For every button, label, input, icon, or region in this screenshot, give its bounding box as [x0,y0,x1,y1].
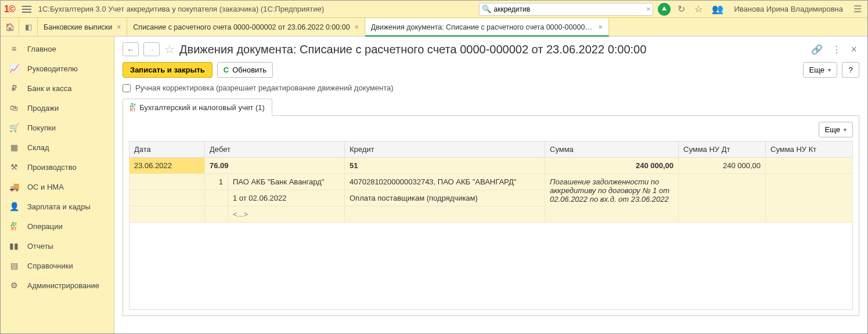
cell-blank [129,190,205,206]
table-row[interactable]: 1 ПАО АКБ "Банк Авангард" 40702810200000… [129,174,853,190]
page-title: Движения документа: Списание с расчетног… [179,43,804,56]
cell-credit-detail: 40702810200000032743, ПАО АКБ "АВАНГАРД" [345,174,545,190]
search-input-wrap[interactable]: 🔍 × [479,3,653,16]
sidebar-item-label: Главное [27,45,56,53]
history-icon[interactable]: ↻ [675,3,687,14]
sidebar-item-label: Покупки [27,124,56,132]
cell-credit: 51 [345,158,545,174]
subtab-content: Еще Дата Дебет Кредит Сумма Сумма НУ Дт … [123,116,859,316]
tab-label: Списание с расчетного счета 0000-000002 … [133,23,350,31]
search-input[interactable] [491,5,646,13]
sidebar-item-label: Производство [27,163,77,172]
col-nudt[interactable]: Сумма НУ Дт [679,141,766,158]
close-tab-icon[interactable]: × [117,23,121,31]
sidebar-item-main[interactable]: ≡Главное [1,39,114,59]
cell-description: Погашение задолженности по аккредитиву п… [545,174,679,223]
cell-date: 23.06.2022 [129,158,205,174]
save-close-button[interactable]: Записать и закрыть [123,62,213,78]
tab-label: Движения документа: Списание с расчетног… [371,23,594,31]
subtab-accounting[interactable]: ДтКт Бухгалтерский и налоговый учет (1) [123,99,272,116]
refresh-icon: С [224,66,229,74]
cell-seq: 1 [205,174,228,190]
person-icon: 👤 [9,202,19,211]
cell-sum: 240 000,00 [545,158,679,174]
notifications-button[interactable] [658,3,671,16]
col-sum[interactable]: Сумма [545,141,679,158]
sidebar-item-label: Продажи [27,104,59,112]
more-button[interactable]: Еще [803,62,837,78]
users-icon[interactable]: 👥 [709,3,726,14]
close-tab-icon[interactable]: × [599,23,603,31]
table-header-row: Дата Дебет Кредит Сумма Сумма НУ Дт Сумм… [129,141,853,158]
cell-blank [129,174,205,190]
sidebar-item-label: Банк и касса [27,84,72,93]
favorite-icon[interactable]: ☆ [692,3,705,14]
subtab-label: Бухгалтерский и налоговый учет (1) [139,103,265,112]
dtkt-icon: ДтКт [130,103,136,112]
grid-empty [129,223,853,310]
tabs-bar: 🏠 ◧ Банковские выписки × Списание с расч… [1,18,867,37]
grid-more-button[interactable]: Еще [819,122,853,137]
sidebar-item-label: Руководителю [27,64,78,73]
sidebar-item-assets[interactable]: 🚚ОС и НМА [1,177,114,197]
nav-back-button[interactable]: ← [123,42,139,56]
cell-debit: 76.09 [205,158,345,174]
home-button[interactable]: 🏠 [1,18,19,36]
sidebar-item-hr[interactable]: 👤Зарплата и кадры [1,197,114,216]
nav-forward-button: → [143,42,160,56]
subtab-row: ДтКт Бухгалтерский и налоговый учет (1) [123,98,859,116]
close-tab-icon[interactable]: × [355,23,359,31]
col-credit[interactable]: Кредит [345,141,545,158]
sidebar-item-production[interactable]: ⚒Производство [1,157,114,177]
close-page-icon[interactable]: × [848,43,859,56]
cell-ellipsis: <...> [228,206,345,223]
col-nukt[interactable]: Сумма НУ Кт [766,141,853,158]
books-icon: ▤ [9,261,19,270]
refresh-button[interactable]: СОбновить [217,62,273,78]
cell-blank [345,206,545,223]
clear-search-icon[interactable]: × [646,5,651,13]
col-debit[interactable]: Дебет [205,141,345,158]
sidebar-item-bank[interactable]: ₽Банк и касса [1,78,114,98]
sidebar-item-sales[interactable]: 🛍Продажи [1,98,114,118]
sidebar-item-admin[interactable]: ⚙Администрирование [1,275,114,295]
tab-writeoff[interactable]: Списание с расчетного счета 0000-000002 … [127,18,365,36]
sidebar-item-warehouse[interactable]: ▦Склад [1,137,114,157]
sidebar: ≡Главное 📈Руководителю ₽Банк и касса 🛍Пр… [1,37,114,333]
sidebar-item-operations[interactable]: ДтКтОперации [1,216,114,236]
sidebar-item-label: Отчеты [27,242,53,251]
kebab-icon[interactable]: ⋮ [830,44,844,55]
tab-bank-statements[interactable]: Банковские выписки × [38,18,127,36]
tab-movements[interactable]: Движения документа: Списание с расчетног… [365,19,609,37]
main-content: ← → ☆ Движения документа: Списание с рас… [114,37,867,333]
cell-blank [205,206,228,223]
manual-edit-label: Ручная корректировка (разрешает редактир… [135,84,394,92]
movements-table: Дата Дебет Кредит Сумма Сумма НУ Дт Сумм… [129,141,853,223]
link-icon[interactable]: 🔗 [809,44,825,55]
ruble-icon: ₽ [9,84,19,93]
sidebar-item-purchases[interactable]: 🛒Покупки [1,118,114,137]
sidebar-item-reports[interactable]: ▮▮Отчеты [1,236,114,256]
bag-icon: 🛍 [9,103,19,112]
truck-icon: 🚚 [9,182,19,191]
chart-icon: 📈 [9,64,19,73]
panels-button[interactable]: ◧ [19,18,38,36]
sidebar-item-label: Зарплата и кадры [27,202,91,211]
cell-debit-detail: ПАО АКБ "Банк Авангард" [228,174,345,190]
cell-debit-detail: 1 от 02.06.2022 [228,190,345,206]
sidebar-item-refs[interactable]: ▤Справочники [1,256,114,275]
sidebar-item-label: Склад [27,143,49,152]
burger-icon[interactable] [20,3,34,15]
cart-icon: 🛒 [9,123,19,132]
username-label: Иванова Ирина Владимировна [734,5,843,13]
sidebar-item-manager[interactable]: 📈Руководителю [1,59,114,78]
gear-icon: ⚙ [9,281,19,290]
cell-blank [205,190,228,206]
settings-icon[interactable]: ☰ [851,3,864,14]
table-row[interactable]: 23.06.2022 76.09 51 240 000,00 240 000,0… [129,158,853,174]
refresh-label: Обновить [232,66,266,74]
manual-edit-checkbox[interactable] [123,84,131,92]
help-button[interactable]: ? [842,62,859,78]
star-icon[interactable]: ☆ [164,42,175,56]
col-date[interactable]: Дата [129,141,205,158]
